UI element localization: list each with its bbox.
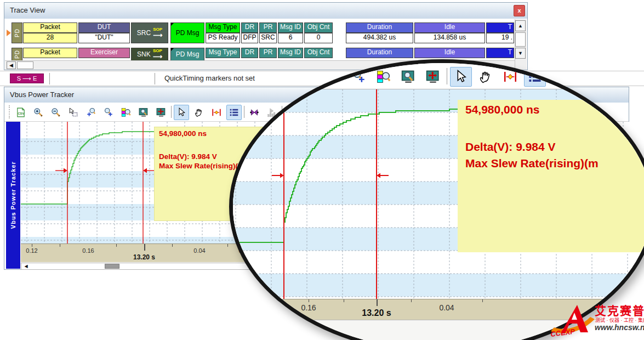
dr-value[interactable]: DFP [241,33,258,43]
source-header[interactable]: DUT [78,22,130,33]
svg-text:CSV: CSV [18,112,24,115]
duration-header[interactable]: Duration [346,48,413,58]
trace-view-title: Trace View [10,6,45,14]
table-vscroll-down-button[interactable]: ▼ [515,48,526,59]
screen-center-icon[interactable] [422,67,444,87]
msg-id-header[interactable]: Msg ID [278,22,303,33]
zoom-prev-icon[interactable] [83,105,99,120]
time-header[interactable]: T [486,48,514,58]
axis-label: 0.16 [82,247,94,254]
axis-center-label: 13.20 s [362,308,391,318]
select-cursor-icon[interactable] [174,105,189,120]
idle-value[interactable]: 134.858 us [414,33,485,43]
zoom-in-icon[interactable] [31,105,46,120]
accexp-logo-mark: CCEXP [549,303,597,338]
zoom-region-icon[interactable] [66,105,81,120]
idle-header[interactable]: Idle [414,48,485,58]
color-map-icon[interactable] [373,67,395,87]
pr-value[interactable]: SRC [259,33,277,43]
source-value[interactable]: "DUT" [78,33,130,43]
table-hscroll-thumb[interactable] [17,61,33,69]
duration-value[interactable]: 494.382 us [346,33,413,43]
axis-tick [309,299,309,302]
trace-view-titlebar[interactable]: Trace View x [4,3,527,19]
toolbar-grip[interactable] [9,105,12,118]
close-button[interactable]: x [514,5,525,16]
pr-header[interactable]: PR [259,22,277,33]
sop-cell[interactable]: SNKSOP⟶ [131,48,168,61]
accexp-logo: CCEXP 艾克赛普 测试 · 仪器 · 工控 · 集成 www.hncsw.n… [549,302,643,338]
collapse-packets-icon[interactable] [247,105,262,120]
pan-hand-icon[interactable] [475,67,497,87]
color-map-icon[interactable] [118,105,134,120]
screen-zoom-icon[interactable] [397,67,419,87]
row-group-label[interactable]: PD [12,48,22,61]
pan-hand-icon[interactable] [191,105,207,120]
logo-url[interactable]: www.hncsw.net [595,323,644,332]
time-markers-icon[interactable] [499,67,521,87]
pr-header[interactable]: PR [259,48,277,58]
packet-header[interactable]: Packet [23,48,77,58]
plot-hscroll-left-button[interactable]: ◀ [22,263,30,269]
screen-zoom-icon[interactable] [136,105,151,120]
row-group-text: PD [14,50,20,59]
csv-export-icon[interactable]: CSV [13,105,29,120]
msg-type-header[interactable]: Msg Type [206,48,240,58]
msg-type-header[interactable]: Msg Type [206,22,240,33]
marker-arrowhead-right [143,168,147,173]
axis-tick [411,299,412,302]
toolbar-separator [155,73,155,84]
msg-id-header[interactable]: Msg ID [278,48,303,58]
packet-header[interactable]: Packet [23,22,77,33]
time-header[interactable]: T [486,22,514,33]
axis-label: 0.04 [193,247,205,254]
legend-list-icon[interactable] [226,105,242,120]
obj-cnt-header[interactable]: Obj Cnt [304,22,333,33]
table-vscroll-up-button[interactable]: ▲ [515,20,526,31]
table-hscroll-left-button[interactable]: ◀ [7,61,16,69]
msg-type-value[interactable]: PS Ready [206,33,240,43]
axis-tick [116,244,117,247]
lens-annotation: 54,980,000 ns Delta(V): 9.984 V Max Slew… [458,100,644,252]
logo-company-name: 艾克赛普 [595,302,644,318]
axis-label: 0.16 [301,303,316,312]
quicktiming-status: QuickTiming markers not set [164,74,255,82]
zoom-out-icon[interactable] [48,105,64,120]
row-marker [7,30,11,36]
start-end-marker-button[interactable]: S ⟶ E [10,73,44,83]
plot-hscroll-thumb[interactable] [105,264,119,269]
sop-cell[interactable]: SRCSOP⟶ [131,22,168,43]
lens-annotation-slew-rate: Max Slew Rate(rising)(m [465,157,644,170]
packet-number[interactable]: 28 [23,33,77,43]
pd-msg-cell[interactable]: PD Msg [170,48,204,61]
duration-header[interactable]: Duration [346,22,413,33]
axis-center-tick [144,244,145,251]
time-value[interactable]: 19 . [486,33,514,43]
screenshot-stage: Trace View x PDPacket28DUT"DUT"SRCSOP⟶PD… [0,0,644,340]
table-vscroll-thumb[interactable] [515,32,526,47]
vbus-title: Vbus Power Tracker [10,90,74,99]
dr-header[interactable]: DR [241,48,258,58]
axis-tick [344,299,344,302]
axis-tick [482,299,483,302]
cell-corner-mark [171,23,174,26]
obj-cnt-header[interactable]: Obj Cnt [304,48,333,58]
zoom-next-icon[interactable] [101,105,116,120]
marker-arrowhead-right [377,173,380,178]
marker-arrowhead-left [64,168,67,173]
pd-msg-cell[interactable]: PD Msg [170,22,204,43]
toolbar-separator [49,73,50,84]
axis-tick [60,244,60,247]
msg-id-value[interactable]: 6 [278,33,303,43]
sop-role: SRC [137,29,151,37]
select-cursor-icon[interactable] [450,67,472,87]
source-header[interactable]: Exerciser [78,48,130,58]
time-markers-icon[interactable] [209,105,224,120]
idle-header[interactable]: Idle [414,22,485,33]
row-group-label[interactable]: PD [12,22,22,43]
vbus-banner-label: Vbus Power Tracker [10,161,16,229]
dr-header[interactable]: DR [241,22,258,33]
screen-center-icon[interactable] [153,105,169,120]
obj-cnt-value[interactable]: 0 [304,33,333,43]
axis-tick [32,244,32,247]
